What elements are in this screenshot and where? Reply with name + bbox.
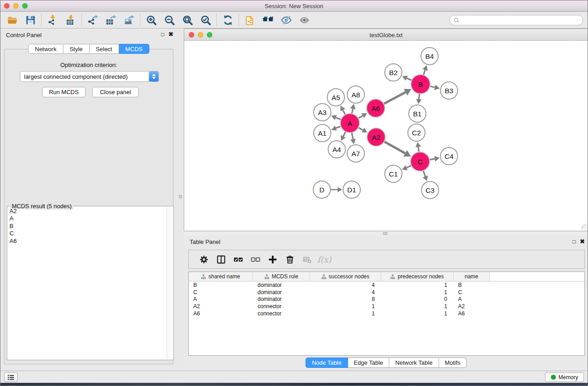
control-panel-tabs: NetworkStyleSelectMCDS <box>28 44 149 54</box>
dropdown-stepper-icon[interactable] <box>149 71 158 81</box>
network-view-window: testGlobe.txt B4B2BB3A5A8A6B1A3AC2A1A2A4… <box>184 29 588 231</box>
tab-mcds[interactable]: MCDS <box>119 44 149 54</box>
open-button[interactable] <box>3 13 21 27</box>
column-header-name[interactable]: name <box>454 272 490 281</box>
horizontal-splitter-grip[interactable] <box>383 232 387 235</box>
export-table-button[interactable] <box>102 13 120 27</box>
refresh-button[interactable] <box>219 13 237 27</box>
hide-selected-button[interactable] <box>277 13 295 27</box>
zoom-selected-button[interactable] <box>196 13 215 27</box>
tab-node-table[interactable]: Node Table <box>306 357 348 368</box>
vertical-splitter[interactable] <box>177 29 184 371</box>
edge-A2-C[interactable] <box>384 142 405 153</box>
zoom-fit-button[interactable] <box>178 13 196 27</box>
show-panels-button[interactable] <box>4 372 18 382</box>
column-label: successor nodes <box>329 273 369 280</box>
export-network-button[interactable] <box>84 13 102 27</box>
columns-icon <box>216 255 226 264</box>
close-panel-button[interactable]: Close panel <box>92 87 139 97</box>
network-from-document-button[interactable] <box>241 13 259 27</box>
columns-button[interactable] <box>212 252 229 267</box>
node-label-B1: B1 <box>413 110 422 118</box>
mcds-result-item[interactable]: C <box>8 230 167 237</box>
mcds-result-item[interactable]: B <box>8 223 167 230</box>
close-table-panel-icon[interactable]: ✖ <box>580 238 585 245</box>
table-panel: Table Panel □ ✖ f(x) shared nameMCDS rol… <box>184 236 588 371</box>
add-column-button[interactable] <box>264 252 281 267</box>
edge-C-C4[interactable] <box>430 159 435 160</box>
home-neighbors-button[interactable] <box>259 13 277 27</box>
toolbar-separator <box>140 14 140 26</box>
mcds-result-scrollbar[interactable] <box>167 207 173 359</box>
function-builder-button[interactable]: f(x) <box>316 255 331 264</box>
edge-A-A1[interactable] <box>336 126 340 128</box>
memory-button[interactable]: Memory <box>545 372 584 382</box>
edge-C-C1[interactable] <box>406 166 411 167</box>
save-button[interactable] <box>21 13 39 27</box>
cell-name: A <box>454 296 490 302</box>
show-all-button[interactable] <box>295 13 313 27</box>
edge-C-C2[interactable] <box>418 147 419 152</box>
tab-style[interactable]: Style <box>63 44 90 54</box>
horizontal-splitter[interactable] <box>184 231 588 236</box>
mcds-result-item[interactable]: A6 <box>8 238 167 245</box>
mcds-result-item[interactable]: A <box>8 215 167 222</box>
search-box[interactable] <box>449 15 583 25</box>
export-image-button[interactable] <box>120 13 138 27</box>
zoom-out-button[interactable] <box>160 13 178 27</box>
run-mcds-button[interactable]: Run MCDS <box>42 87 86 97</box>
zoom-in-icon <box>146 14 157 26</box>
edge-A-A2[interactable] <box>359 128 363 130</box>
select-all-button[interactable] <box>229 252 247 267</box>
edge-A6-B[interactable] <box>384 92 406 104</box>
edge-A-A7[interactable] <box>352 133 353 139</box>
close-panel-icon[interactable]: ✖ <box>168 31 173 38</box>
edge-A-A5[interactable] <box>343 110 345 114</box>
search-input[interactable] <box>460 17 573 24</box>
main-toolbar <box>0 12 588 29</box>
float-panel-icon[interactable]: □ <box>161 31 164 38</box>
tab-network-table[interactable]: Network Table <box>389 357 439 368</box>
delete-table-button[interactable] <box>298 252 316 267</box>
gear-button[interactable] <box>195 252 212 267</box>
app-window: Session: New Session Control Panel □ ✖ N… <box>0 0 588 386</box>
deselect-all-button[interactable] <box>247 252 264 267</box>
resize-grip-icon[interactable] <box>581 224 588 230</box>
table-row[interactable]: Cdominator41C <box>189 289 584 296</box>
edge-B-B1[interactable] <box>419 94 419 99</box>
edge-A-A6[interactable] <box>359 116 363 118</box>
edge-B-B3[interactable] <box>430 86 435 87</box>
edge-A-A3[interactable] <box>336 118 341 119</box>
tab-select[interactable]: Select <box>90 44 119 54</box>
table-row[interactable]: Adominator80A <box>189 296 584 303</box>
table-row[interactable]: A6connector11A6 <box>189 310 584 317</box>
table-row[interactable]: A2connector11A2 <box>189 303 584 310</box>
node-table[interactable]: shared nameMCDS rolesuccessor nodesprede… <box>188 272 585 356</box>
tab-network[interactable]: Network <box>28 44 63 54</box>
mcds-result-item[interactable]: A2 <box>8 208 167 215</box>
toolbar-buttons <box>3 13 313 27</box>
zoom-in-button[interactable] <box>142 13 160 27</box>
column-header-MCDS-role[interactable]: MCDS role <box>253 272 310 281</box>
network-canvas[interactable]: B4B2BB3A5A8A6B1A3AC2A1A2A4A7C4CC1C3DD1 <box>184 41 588 231</box>
vertical-splitter-grip[interactable] <box>179 195 182 198</box>
import-table-button[interactable] <box>62 13 80 27</box>
edge-B-B4[interactable] <box>424 70 425 75</box>
zoom-fit-icon <box>182 14 193 26</box>
float-table-panel-icon[interactable]: □ <box>573 238 576 245</box>
delete-columns-button[interactable] <box>281 252 298 267</box>
column-header-predecessor-nodes[interactable]: predecessor nodes <box>381 272 454 281</box>
node-label-A3: A3 <box>318 109 327 116</box>
table-row[interactable]: Bdominator41B <box>189 281 584 289</box>
column-header-successor-nodes[interactable]: successor nodes <box>310 272 381 281</box>
optimization-criterion-dropdown[interactable]: largest connected component (directed) <box>20 71 159 82</box>
column-header-shared-name[interactable]: shared name <box>189 272 253 281</box>
edge-A-A4[interactable] <box>343 132 345 137</box>
cell-successor-nodes: 8 <box>310 296 381 302</box>
edge-B-B2[interactable] <box>406 78 411 80</box>
tab-motifs[interactable]: Motifs <box>439 357 467 368</box>
edge-C-C3[interactable] <box>423 171 425 176</box>
edge-A-A8[interactable] <box>352 109 353 113</box>
tab-edge-table[interactable]: Edge Table <box>348 357 389 368</box>
import-network-button[interactable] <box>43 13 62 27</box>
